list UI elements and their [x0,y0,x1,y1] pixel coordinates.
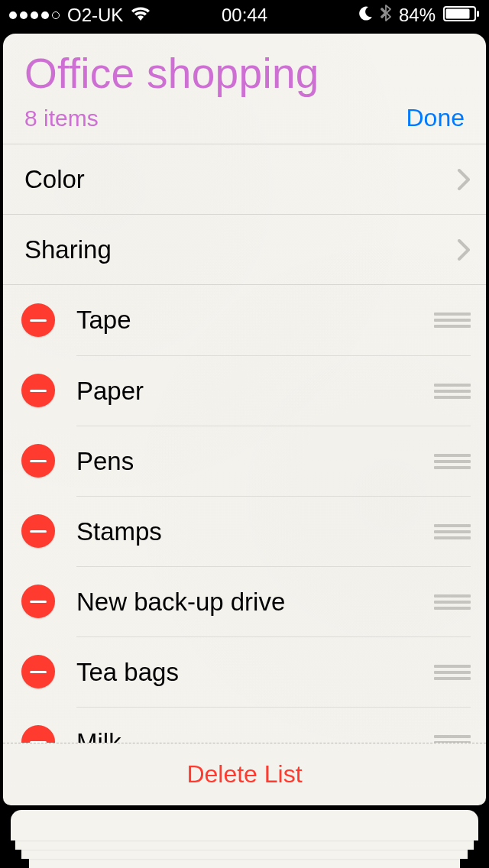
item-label[interactable]: New back-up drive [76,588,423,617]
chevron-right-icon [457,169,471,190]
item-label[interactable]: Milk [76,728,423,743]
delete-item-button[interactable] [21,374,55,407]
list-item[interactable]: Tape [3,285,486,355]
color-row[interactable]: Color [3,144,486,215]
reorder-handle-icon[interactable] [434,313,471,328]
footer: Delete List [3,743,486,805]
svg-rect-1 [446,9,470,19]
moon-icon [358,5,373,26]
item-label[interactable]: Stamps [76,517,423,546]
delete-item-button[interactable] [21,303,55,337]
delete-item-button[interactable] [21,725,55,743]
reorder-handle-icon[interactable] [434,384,471,399]
delete-item-button[interactable] [21,585,55,618]
list-editor-card: Office shopping 8 items Done Color Shari… [3,34,486,805]
reorder-handle-icon[interactable] [434,665,471,680]
status-bar: O2-UK 00:44 84% [0,0,489,31]
done-button[interactable]: Done [406,104,465,132]
list-item[interactable]: Tea bags [3,636,486,707]
sharing-label: Sharing [24,235,457,264]
list-item[interactable]: Milk [3,707,486,743]
settings-section: Color Sharing [3,144,486,285]
svg-rect-2 [477,11,479,17]
header: Office shopping 8 items Done [3,34,486,144]
delete-item-button[interactable] [21,444,55,478]
item-count: 8 items [24,105,99,131]
reorder-handle-icon[interactable] [434,735,471,743]
battery-icon [443,5,480,26]
sharing-row[interactable]: Sharing [3,215,486,285]
delete-item-button[interactable] [21,514,55,548]
bluetooth-icon [381,5,391,26]
delete-item-button[interactable] [21,655,55,688]
clock: 00:44 [222,5,267,26]
list-item[interactable]: New back-up drive [3,566,486,636]
list-item[interactable]: Paper [3,355,486,426]
list-item[interactable]: Stamps [3,496,486,566]
signal-strength-icon [9,11,60,19]
chevron-right-icon [457,239,471,261]
reorder-handle-icon[interactable] [434,594,471,610]
color-label: Color [24,165,457,194]
reorder-handle-icon[interactable] [434,454,471,469]
item-label[interactable]: Paper [76,377,423,406]
carrier-label: O2-UK [67,5,123,26]
item-label[interactable]: Pens [76,447,423,476]
item-label[interactable]: Tape [76,306,423,335]
list-title[interactable]: Office shopping [24,49,465,98]
delete-list-button[interactable]: Delete List [186,760,302,789]
reminders-list[interactable]: Tape Paper Pens Stamps [3,285,486,743]
list-item[interactable]: Pens [3,426,486,496]
item-label[interactable]: Tea bags [76,658,423,687]
battery-percentage: 84% [399,5,436,26]
card-stack-icon[interactable] [11,827,478,868]
wifi-icon [131,5,151,26]
reorder-handle-icon[interactable] [434,524,471,539]
